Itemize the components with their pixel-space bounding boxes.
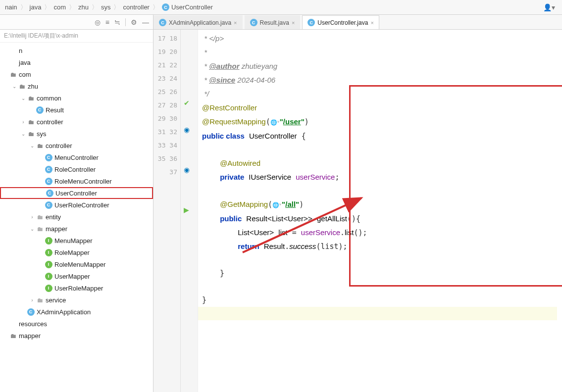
editor-tab[interactable]: CUserController.java×	[302, 15, 379, 29]
run-gutter-icon[interactable]: ✔	[184, 99, 190, 107]
tree-node[interactable]: ·IRoleMenuMapper	[0, 258, 153, 270]
editor-tab[interactable]: CXAdminApplication.java×	[153, 15, 243, 29]
breadcrumb-item[interactable]: com	[51, 3, 69, 11]
folder-icon: 🖿	[27, 130, 35, 138]
code-area[interactable]: * </p> * * @author zhutieyang * @since 2…	[198, 30, 562, 392]
chevron-right-icon: 〉	[44, 3, 51, 11]
folder-icon: 🖿	[36, 142, 44, 149]
tree-node[interactable]: ⌄🖿controller	[0, 140, 153, 151]
code-editor[interactable]: 17 18 19 20 21 22 23 24 25 26 27 28 29 3…	[153, 30, 562, 392]
folder-icon: 🖿	[9, 332, 17, 340]
tree-arrow-icon[interactable]: ⌄	[29, 143, 36, 148]
bean-gutter-icon[interactable]: ◉	[184, 166, 190, 174]
tree-node[interactable]: ·java	[0, 56, 153, 68]
folder-icon: 🖿	[9, 70, 17, 78]
tree-node[interactable]: ·IUserMapper	[0, 270, 153, 282]
class-icon: C	[45, 165, 52, 173]
hide-icon[interactable]: —	[142, 18, 149, 26]
close-icon[interactable]: ×	[234, 20, 237, 26]
tree-label: controller	[37, 118, 63, 126]
project-toolbar: ◎ ≡ ≒ ⚙ —	[0, 15, 153, 30]
tree-node[interactable]: ·CUserRoleController	[0, 199, 153, 211]
chevron-right-icon: 〉	[20, 3, 27, 11]
tree-label: RoleController	[54, 166, 96, 173]
class-icon: C	[159, 19, 166, 26]
tree-node[interactable]: ›🖿controller	[0, 116, 153, 128]
tree-node[interactable]: ⌄🖿sys	[0, 128, 153, 140]
tree-arrow-icon[interactable]: ›	[29, 297, 36, 303]
chevron-right-icon: 〉	[113, 3, 120, 11]
tree-label: entity	[46, 213, 61, 221]
tree-node[interactable]: ⌄🖿common	[0, 92, 153, 104]
tree-node[interactable]: ·CRoleMenuController	[0, 175, 153, 187]
tree-node[interactable]: ⌄🖿zhu	[0, 80, 153, 92]
breadcrumb-item[interactable]: nain	[2, 3, 20, 11]
breadcrumb: nain〉java〉com〉zhu〉sys〉controller〉 C User…	[0, 0, 562, 15]
breadcrumb-item[interactable]: sys	[98, 3, 114, 11]
tree-node[interactable]: ·resources	[0, 318, 153, 330]
tree-node[interactable]: ·CResult	[0, 104, 153, 116]
class-icon: C	[36, 106, 44, 114]
class-icon: C	[250, 19, 257, 26]
project-tree[interactable]: ·n·java·🖿com⌄🖿zhu⌄🖿common·CResult›🖿contr…	[0, 43, 153, 392]
tree-node[interactable]: ›🖿entity	[0, 211, 153, 223]
class-icon: C	[162, 3, 169, 11]
tree-node[interactable]: ·🖿com	[0, 68, 153, 80]
tree-node[interactable]: ⌄🖿mapper	[0, 223, 153, 235]
interface-icon: I	[45, 237, 52, 245]
interface-icon: I	[45, 248, 52, 256]
tree-label: controller	[46, 142, 72, 149]
class-icon: C	[27, 308, 35, 316]
project-path: E:\Intellij IDEA\项目\x-admin	[0, 30, 153, 43]
run-gutter-icon[interactable]: ▶	[184, 206, 189, 214]
class-icon: C	[45, 177, 52, 185]
gear-icon[interactable]: ⚙	[131, 18, 137, 26]
tree-arrow-icon[interactable]: ⌄	[29, 226, 36, 232]
tree-label: XAdminApplication	[37, 308, 91, 316]
interface-icon: I	[45, 272, 52, 280]
chevron-right-icon: 〉	[92, 3, 98, 11]
expand-all-icon[interactable]: ≡	[105, 18, 109, 26]
line-numbers: 17 18 19 20 21 22 23 24 25 26 27 28 29 3…	[153, 30, 181, 392]
interface-icon: I	[45, 284, 52, 292]
tree-label: UserMapper	[54, 273, 90, 280]
tree-node[interactable]: ·CUserController	[0, 187, 153, 199]
tree-node[interactable]: ›🖿service	[0, 294, 153, 306]
user-menu-icon[interactable]: 👤▾	[538, 3, 560, 11]
folder-icon: 🖿	[27, 118, 35, 126]
tree-label: Result	[46, 106, 64, 114]
tree-label: service	[46, 296, 66, 304]
class-icon: C	[45, 153, 52, 161]
breadcrumb-item[interactable]: controller	[120, 3, 152, 11]
gutter-marks: ✔ ◉ ◉ ▶	[181, 30, 198, 392]
folder-icon: 🖿	[36, 296, 44, 304]
tree-node[interactable]: ·IRoleMapper	[0, 246, 153, 258]
tree-label: UserRoleController	[54, 201, 109, 209]
tree-arrow-icon[interactable]: ›	[20, 119, 27, 125]
tree-node[interactable]: ·n	[0, 45, 153, 56]
tree-node[interactable]: ·🖿mapper	[0, 330, 153, 342]
breadcrumb-current[interactable]: C UserController	[159, 3, 216, 11]
tree-label: sys	[37, 130, 47, 138]
tree-label: zhu	[28, 83, 38, 90]
collapse-all-icon[interactable]: ≒	[114, 18, 120, 26]
close-icon[interactable]: ×	[292, 20, 295, 26]
tree-node[interactable]: ·CXAdminApplication	[0, 306, 153, 318]
breadcrumb-item[interactable]: java	[27, 3, 45, 11]
bean-gutter-icon[interactable]: ◉	[184, 126, 190, 134]
locate-icon[interactable]: ◎	[95, 18, 101, 26]
tree-label: RoleMenuMapper	[54, 261, 105, 268]
tree-arrow-icon[interactable]: ⌄	[20, 131, 27, 137]
tree-node[interactable]: ·CRoleController	[0, 163, 153, 175]
tree-arrow-icon[interactable]: ›	[29, 214, 36, 220]
tree-arrow-icon[interactable]: ⌄	[11, 84, 18, 89]
editor-tab[interactable]: CResult.java×	[245, 15, 301, 29]
tree-node[interactable]: ·CMenuController	[0, 151, 153, 163]
tree-arrow-icon[interactable]: ⌄	[20, 96, 27, 101]
close-icon[interactable]: ×	[370, 20, 373, 26]
class-icon: C	[307, 19, 315, 26]
tree-node[interactable]: ·IMenuMapper	[0, 235, 153, 246]
tree-label: UserRoleMapper	[54, 285, 103, 292]
breadcrumb-item[interactable]: zhu	[75, 3, 92, 11]
tree-node[interactable]: ·IUserRoleMapper	[0, 282, 153, 294]
